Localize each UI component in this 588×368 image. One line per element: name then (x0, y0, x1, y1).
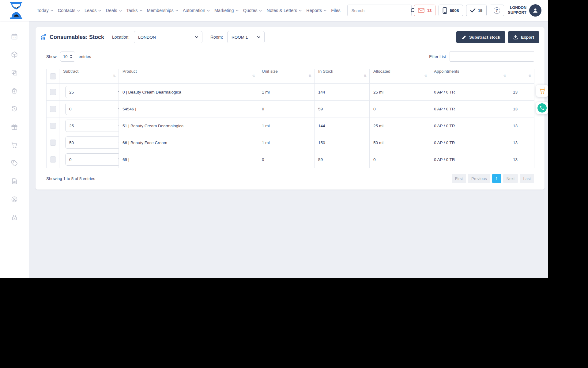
nav-label: Marketing (214, 8, 234, 13)
nav-item-quotes[interactable]: Quotes (243, 6, 263, 15)
col-header-allocated[interactable]: Allocated⇅ (370, 69, 430, 84)
pagination-next[interactable]: Next (503, 174, 518, 183)
col-header-subtract[interactable]: Subtract⇅ (59, 69, 119, 84)
gift-icon (11, 123, 18, 131)
subtract-select[interactable]: 25 (65, 120, 119, 132)
sidebar-item-purchases[interactable] (10, 141, 18, 149)
nav-item-reports[interactable]: Reports (306, 6, 327, 15)
select-all-checkbox[interactable] (50, 73, 56, 79)
call-fab[interactable] (536, 102, 548, 114)
in-stock-cell: 144 (315, 84, 370, 101)
row-checkbox[interactable] (50, 106, 56, 112)
sidebar-item-calendar[interactable]: 12 (10, 33, 18, 40)
row-checkbox[interactable] (50, 140, 56, 146)
subtract-stock-button[interactable]: Substract stock (456, 31, 505, 43)
sidebar-item-reports[interactable] (10, 177, 18, 185)
nav-item-leads[interactable]: Leads (84, 6, 102, 15)
nav-item-files[interactable]: Files (330, 6, 341, 15)
col-header-product[interactable]: Product⇅ (119, 69, 258, 84)
pagination-previous[interactable]: Previous (468, 174, 490, 183)
sidebar-item-gift-vouchers[interactable] (10, 123, 18, 131)
sidebar-item-orders[interactable] (10, 87, 18, 95)
topbar-actions: 13 5908 15 ? LONDON SUPPORT (347, 4, 541, 17)
avatar[interactable] (529, 4, 541, 17)
sidebar-item-account[interactable] (10, 195, 18, 203)
nav-label: Quotes (243, 8, 258, 13)
chevron-down-icon (207, 10, 210, 12)
in-stock-cell: 59 (315, 151, 370, 168)
app-logo[interactable] (9, 2, 23, 19)
col-header-appointments[interactable]: Appointments⇅ (430, 69, 509, 84)
stock-table: Subtract⇅ Product⇅ Unit size⇅ In Stock⇅ … (46, 69, 534, 168)
nav-item-contacts[interactable]: Contacts (57, 6, 81, 15)
search-box (347, 5, 412, 16)
chevron-down-icon (98, 10, 101, 12)
help-badge[interactable]: ? (490, 5, 504, 16)
cart-icon (11, 141, 18, 149)
main-content: Consumables: Stock Location: LONDON Room… (29, 21, 548, 278)
appointments-cell: 0 AP / 0 TR (430, 101, 509, 117)
page-title: Consumables: Stock (50, 34, 104, 40)
filter-list-input[interactable] (450, 51, 534, 62)
sort-icon: ⇅ (364, 69, 367, 83)
nav-item-notes-letters[interactable]: Notes & Letters (266, 6, 302, 15)
lock-icon (11, 214, 18, 221)
extra-cell: 13 (509, 117, 534, 134)
subtract-select[interactable]: 50 (65, 136, 119, 149)
user-name-line2: SUPPORT (508, 10, 526, 15)
sort-icon: ⇅ (113, 69, 116, 83)
search-input[interactable] (348, 8, 409, 13)
nav-label: Leads (85, 8, 97, 13)
appointments-cell: 0 AP / 0 TR (430, 84, 509, 101)
cart-fab[interactable] (536, 85, 548, 97)
row-checkbox[interactable] (50, 89, 56, 95)
sidebar-item-duplicates[interactable] (10, 69, 18, 77)
tasks-badge[interactable]: 15 (466, 5, 487, 16)
room-select[interactable]: ROOM 1 (227, 31, 265, 43)
sidebar-item-history[interactable] (10, 105, 18, 113)
col-header-unit-size[interactable]: Unit size⇅ (258, 69, 315, 84)
unit-size-cell: 0 (258, 101, 315, 117)
pagination-last[interactable]: Last (520, 174, 534, 183)
extra-cell: 13 (509, 151, 534, 168)
appointments-cell: 0 AP / 0 TR (430, 134, 509, 151)
chevron-down-icon (140, 10, 142, 12)
hourglass-logo-icon (9, 2, 23, 19)
col-header-extra[interactable]: ⇅ (509, 69, 534, 84)
stock-card: Consumables: Stock Location: LONDON Room… (36, 27, 545, 190)
nav-item-automation[interactable]: Automation (182, 6, 210, 15)
col-label: Product (123, 69, 137, 74)
chevron-down-icon (175, 10, 178, 12)
product-cell: 54546 | (119, 101, 258, 117)
phone-badge[interactable]: 5908 (439, 5, 463, 16)
sort-icon: ⇅ (252, 69, 255, 83)
sidebar-item-security[interactable] (10, 213, 18, 221)
row-checkbox[interactable] (50, 156, 56, 163)
pencil-icon (462, 35, 466, 40)
show-entries-select[interactable]: 10 (60, 52, 75, 62)
pagination-first[interactable]: First (452, 174, 466, 183)
nav-item-deals[interactable]: Deals (105, 6, 122, 15)
nav-item-tasks[interactable]: Tasks (126, 6, 143, 15)
sidebar-item-pricing[interactable]: $ (10, 159, 18, 167)
subtract-select[interactable]: 0 (65, 153, 119, 166)
product-cell: 69 | (119, 151, 258, 168)
user-name[interactable]: LONDON SUPPORT (508, 6, 526, 15)
location-select[interactable]: LONDON (134, 31, 202, 43)
subtract-select[interactable]: 25 (65, 86, 119, 98)
mail-badge[interactable]: 13 (414, 5, 435, 16)
nav-label: Reports (306, 8, 322, 13)
pagination-page-1[interactable]: 1 (492, 174, 501, 183)
export-button[interactable]: Export (508, 31, 539, 43)
nav-item-memberships[interactable]: Memberships (146, 6, 179, 15)
subtract-select[interactable]: 0 (65, 103, 119, 115)
col-label: Subtract (63, 69, 78, 74)
question-icon: ? (494, 7, 500, 14)
chevron-down-icon (257, 36, 260, 38)
nav-item-today[interactable]: Today (36, 6, 54, 15)
sidebar-item-products[interactable] (10, 51, 18, 59)
account-icon (11, 196, 18, 203)
row-checkbox[interactable] (50, 123, 56, 129)
col-header-in-stock[interactable]: In Stock⇅ (315, 69, 370, 84)
nav-item-marketing[interactable]: Marketing (214, 6, 239, 15)
